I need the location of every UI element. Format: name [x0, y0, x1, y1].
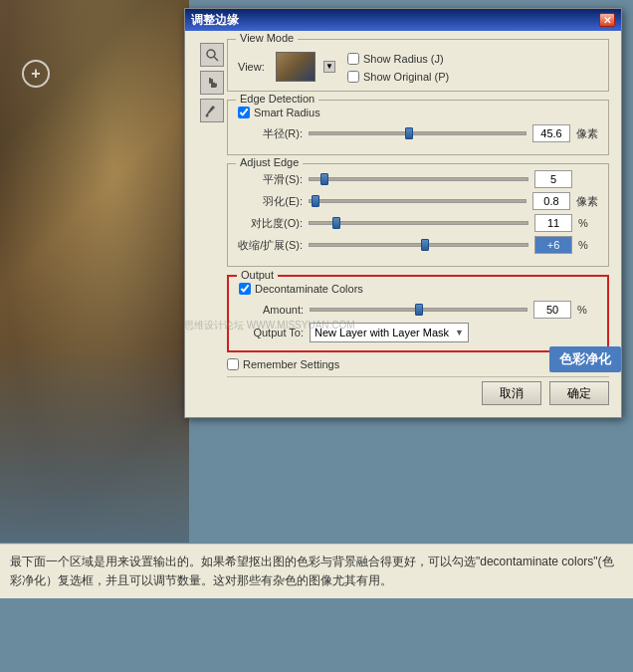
smart-radius-label: Smart Radius: [254, 107, 320, 118]
hand-tool[interactable]: [200, 71, 224, 95]
svg-point-3: [206, 114, 209, 117]
radius-row: 半径(R): 45.6 像素: [238, 124, 598, 142]
dialog-titlebar: 调整边缘 ✕: [185, 9, 621, 31]
view-dropdown[interactable]: ▼: [323, 61, 335, 73]
svg-point-0: [207, 50, 215, 58]
shift-value[interactable]: +6: [534, 236, 572, 254]
view-label: View:: [238, 61, 268, 73]
feather-slider[interactable]: [309, 199, 527, 203]
dialog-tools-panel: [197, 39, 227, 405]
hand-icon: [205, 76, 219, 90]
shift-unit: %: [578, 239, 598, 251]
view-mode-section: View Mode View: ▼ Show Radius (J): [227, 39, 609, 92]
contrast-label: 对比度(O):: [238, 216, 303, 231]
show-radius-row: Show Radius (J): [347, 53, 449, 65]
output-to-row: Qutput To: New Layer with Layer Mask ▼: [239, 323, 597, 342]
dialog-title: 调整边缘: [191, 12, 239, 29]
output-to-label: Qutput To:: [239, 327, 304, 338]
feather-row: 羽化(E): 0.8 像素: [238, 192, 598, 210]
smooth-row: 平滑(S): 5: [238, 170, 598, 188]
circle-plus-icon: +: [22, 60, 50, 88]
remember-label: Remember Settings: [243, 358, 339, 370]
dialog-close-button[interactable]: ✕: [599, 13, 615, 27]
decontaminate-checkbox[interactable]: [239, 283, 251, 295]
select-arrow-icon: ▼: [455, 328, 464, 337]
output-section-label: Output: [237, 269, 278, 281]
radius-label: 半径(R):: [238, 126, 303, 141]
amount-label: Amount:: [239, 304, 304, 316]
confirm-button[interactable]: 确定: [549, 381, 609, 405]
contrast-value[interactable]: 11: [534, 214, 572, 232]
background-photo: +: [0, 0, 189, 543]
radius-slider[interactable]: [309, 131, 527, 135]
dialog-buttons: 取消 确定: [227, 376, 609, 405]
brush-icon: [205, 104, 219, 117]
edge-detection-section: Edge Detection Smart Radius 半径(R): 45.6 …: [227, 100, 609, 155]
radius-value[interactable]: 45.6: [532, 124, 570, 142]
contrast-slider[interactable]: [309, 221, 528, 225]
adjust-edge-label: Adjust Edge: [236, 156, 303, 168]
magnifier-tool[interactable]: [200, 43, 224, 67]
smooth-slider[interactable]: [309, 177, 528, 181]
amount-value[interactable]: 50: [533, 301, 571, 319]
magnifier-icon: [205, 48, 219, 62]
show-radius-label: Show Radius (J): [363, 53, 444, 65]
shift-label: 收缩/扩展(S):: [238, 238, 303, 253]
amount-unit: %: [577, 304, 597, 316]
output-to-select[interactable]: New Layer with Layer Mask ▼: [310, 323, 469, 342]
radius-unit: 像素: [576, 126, 598, 141]
decontaminate-row: Decontaminate Colors: [239, 283, 597, 295]
dialog-inner: View Mode View: ▼ Show Radius (J): [197, 39, 609, 405]
bottom-description: 最下面一个区域是用来设置输出的。如果希望抠出图的色彩与背景融合得更好，可以勾选"…: [0, 544, 633, 598]
show-original-label: Show Original (P): [363, 71, 449, 83]
amount-row: Amount: 50 %: [239, 301, 597, 319]
adjust-edge-section: Adjust Edge 平滑(S): 5 羽化(E): 0.8 像素: [227, 163, 609, 267]
view-mode-label: View Mode: [236, 32, 298, 44]
color-decontamination-tooltip: 色彩净化: [549, 346, 621, 372]
smart-radius-row: Smart Radius: [238, 107, 598, 118]
feather-label: 羽化(E):: [238, 194, 303, 209]
output-to-value: New Layer with Layer Mask: [315, 327, 449, 338]
amount-slider[interactable]: [310, 308, 528, 312]
view-thumbnail[interactable]: [276, 52, 316, 82]
show-original-checkbox[interactable]: [347, 71, 359, 83]
svg-line-1: [214, 57, 218, 61]
smooth-label: 平滑(S):: [238, 172, 303, 187]
output-section: Output Decontaminate Colors Amount: 50 %…: [227, 275, 609, 352]
decontaminate-label: Decontaminate Colors: [255, 283, 363, 295]
show-original-row: Show Original (P): [347, 71, 449, 83]
brush-tool[interactable]: [200, 99, 224, 122]
shift-row: 收缩/扩展(S): +6 %: [238, 236, 598, 254]
remember-checkbox[interactable]: [227, 358, 239, 370]
feather-unit: 像素: [576, 194, 598, 209]
view-mode-row: View: ▼ Show Radius (J) Show Original (P…: [238, 50, 598, 83]
smooth-value[interactable]: 5: [534, 170, 572, 188]
show-radius-checkbox[interactable]: [347, 53, 359, 65]
edge-detection-label: Edge Detection: [236, 93, 318, 105]
smart-radius-checkbox[interactable]: [238, 107, 250, 118]
svg-rect-2: [209, 78, 211, 84]
shift-slider[interactable]: [309, 243, 528, 247]
feather-value[interactable]: 0.8: [532, 192, 570, 210]
contrast-row: 对比度(O): 11 %: [238, 214, 598, 232]
cancel-button[interactable]: 取消: [482, 381, 541, 405]
contrast-unit: %: [578, 217, 598, 229]
view-checkboxes: Show Radius (J) Show Original (P): [347, 50, 449, 83]
